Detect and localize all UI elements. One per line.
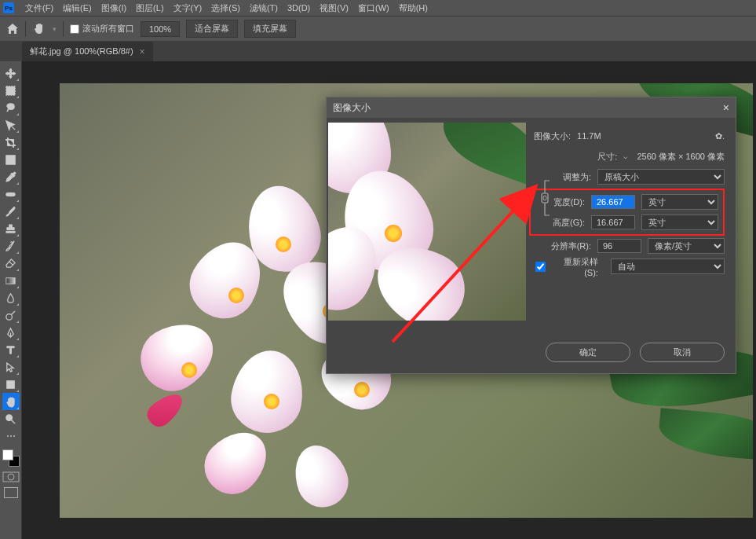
resample-checkbox[interactable] bbox=[535, 262, 546, 272]
dimensions-label: 尺寸: bbox=[597, 151, 617, 163]
menu-filter[interactable]: 滤镜(T) bbox=[245, 0, 283, 16]
move-tool[interactable] bbox=[2, 64, 20, 82]
edit-toolbar[interactable]: ⋯ bbox=[2, 427, 20, 445]
svg-rect-0 bbox=[6, 86, 15, 94]
scroll-all-input[interactable] bbox=[70, 24, 79, 34]
hand-tool[interactable] bbox=[2, 393, 20, 410]
eyedropper-tool[interactable] bbox=[2, 168, 20, 185]
image-preview bbox=[328, 123, 526, 321]
menu-3d[interactable]: 3D(D) bbox=[283, 1, 315, 15]
healing-tool[interactable] bbox=[2, 185, 20, 203]
menu-help[interactable]: 帮助(H) bbox=[394, 0, 433, 16]
height-label: 高度(G): bbox=[553, 217, 585, 229]
svg-rect-3 bbox=[6, 277, 15, 284]
resample-select[interactable]: 自动 bbox=[611, 258, 725, 274]
adjust-select[interactable]: 原稿大小 bbox=[597, 169, 725, 185]
width-input[interactable] bbox=[591, 195, 635, 209]
options-bar: ▾ 滚动所有窗口 100% 适合屏幕 填充屏幕 bbox=[0, 16, 756, 41]
ok-button[interactable]: 确定 bbox=[546, 343, 630, 362]
adjust-label: 调整为: bbox=[563, 171, 591, 183]
frame-tool[interactable] bbox=[2, 151, 20, 168]
type-tool[interactable] bbox=[2, 341, 20, 358]
lasso-tool[interactable] bbox=[2, 99, 20, 116]
image-size-value: 11.7M bbox=[577, 131, 624, 141]
quick-mask-toggle[interactable] bbox=[2, 471, 20, 484]
ps-logo-icon: Ps bbox=[3, 2, 14, 13]
menu-edit[interactable]: 编辑(E) bbox=[58, 0, 97, 16]
image-size-label: 图像大小: bbox=[534, 130, 571, 142]
close-tab-icon[interactable]: × bbox=[140, 46, 145, 57]
svg-rect-5 bbox=[7, 380, 14, 387]
dialog-titlebar[interactable]: 图像大小 × bbox=[327, 97, 736, 118]
fill-screen-button[interactable]: 填充屏幕 bbox=[244, 20, 296, 38]
divider bbox=[63, 21, 64, 37]
dropdown-icon[interactable]: ▾ bbox=[53, 25, 57, 33]
cancel-button[interactable]: 取消 bbox=[640, 343, 725, 362]
document-tab-bar: 鲜花.jpg @ 100%(RGB/8#) × bbox=[0, 41, 756, 61]
image-size-dialog: 图像大小 × 图像大小: 11.7M ✿. 尺寸: ⌵ 2560 像素 × 16… bbox=[326, 97, 736, 374]
screen-mode-toggle[interactable] bbox=[4, 487, 18, 498]
tool-palette: ⋯ bbox=[0, 61, 22, 539]
svg-point-6 bbox=[6, 414, 13, 420]
link-dimensions-icon[interactable] bbox=[539, 178, 554, 220]
scroll-all-checkbox[interactable]: 滚动所有窗口 bbox=[70, 23, 134, 35]
gradient-tool[interactable] bbox=[2, 272, 20, 289]
menu-view[interactable]: 视图(V) bbox=[315, 0, 353, 16]
dialog-title: 图像大小 bbox=[333, 101, 371, 115]
zoom-level[interactable]: 100% bbox=[141, 21, 180, 37]
menu-image[interactable]: 图像(I) bbox=[97, 0, 131, 16]
menu-select[interactable]: 选择(S) bbox=[206, 0, 245, 16]
color-swatch[interactable] bbox=[2, 449, 20, 467]
menu-window[interactable]: 窗口(W) bbox=[353, 0, 394, 16]
crop-tool[interactable] bbox=[2, 134, 20, 151]
path-select-tool[interactable] bbox=[2, 358, 20, 376]
resolution-input[interactable] bbox=[597, 239, 641, 253]
menu-type[interactable]: 文字(Y) bbox=[169, 0, 207, 16]
width-unit-select[interactable]: 英寸 bbox=[641, 194, 718, 210]
svg-point-4 bbox=[6, 314, 13, 320]
svg-rect-9 bbox=[542, 193, 548, 203]
resolution-unit-select[interactable]: 像素/英寸 bbox=[648, 238, 725, 254]
chevron-down-icon[interactable]: ⌵ bbox=[623, 152, 627, 160]
history-brush-tool[interactable] bbox=[2, 237, 20, 255]
zoom-tool[interactable] bbox=[2, 410, 20, 427]
brush-tool[interactable] bbox=[2, 203, 20, 220]
hand-tool-icon[interactable] bbox=[32, 22, 46, 36]
stamp-tool[interactable] bbox=[2, 220, 20, 237]
pen-tool[interactable] bbox=[2, 324, 20, 341]
menu-file[interactable]: 文件(F) bbox=[20, 0, 58, 16]
shape-tool[interactable] bbox=[2, 376, 20, 393]
quick-select-tool[interactable] bbox=[2, 116, 20, 134]
height-input[interactable] bbox=[591, 215, 635, 229]
eraser-tool[interactable] bbox=[2, 255, 20, 272]
home-icon[interactable] bbox=[6, 23, 19, 35]
blur-tool[interactable] bbox=[2, 289, 20, 306]
menu-bar: Ps 文件(F) 编辑(E) 图像(I) 图层(L) 文字(Y) 选择(S) 滤… bbox=[0, 0, 756, 16]
tab-title: 鲜花.jpg @ 100%(RGB/8#) bbox=[30, 46, 133, 57]
marquee-tool[interactable] bbox=[2, 82, 20, 99]
close-dialog-icon[interactable]: × bbox=[723, 101, 729, 114]
gear-icon[interactable]: ✿. bbox=[715, 131, 725, 141]
document-tab[interactable]: 鲜花.jpg @ 100%(RGB/8#) × bbox=[22, 42, 153, 61]
resample-label: 重新采样(S): bbox=[555, 256, 598, 277]
resolution-label: 分辨率(R): bbox=[551, 240, 591, 252]
dimensions-value: 2560 像素 × 1600 像素 bbox=[637, 151, 725, 163]
menu-layer[interactable]: 图层(L) bbox=[131, 0, 168, 16]
svg-point-8 bbox=[8, 474, 14, 480]
scroll-all-label: 滚动所有窗口 bbox=[82, 23, 134, 35]
dodge-tool[interactable] bbox=[2, 306, 20, 324]
height-unit-select[interactable]: 英寸 bbox=[641, 214, 718, 230]
divider bbox=[25, 21, 26, 37]
fit-screen-button[interactable]: 适合屏幕 bbox=[186, 20, 238, 38]
width-label: 宽度(D): bbox=[553, 196, 585, 208]
